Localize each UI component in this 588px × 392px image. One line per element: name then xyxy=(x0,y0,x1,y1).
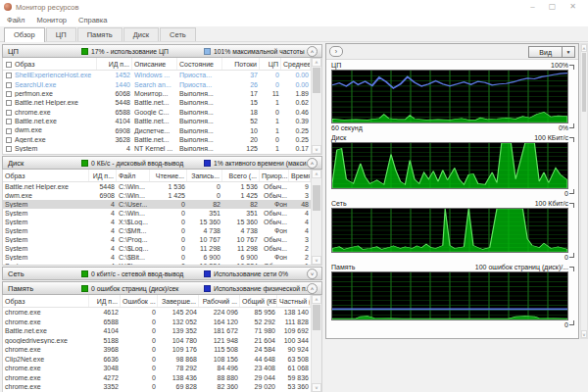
table-scrollbar-mem[interactable]: ˄˅ xyxy=(311,295,321,392)
tab-цп[interactable]: ЦП xyxy=(46,27,76,41)
table-row[interactable]: System4C:\$Log...011 29811 298Обыч...2 xyxy=(3,244,311,253)
table-row[interactable]: System4C:\User...08282Фон48 xyxy=(3,200,311,209)
column-header-cpu-2[interactable]: Описание xyxy=(132,58,177,70)
column-header-mem-4[interactable]: Рабочий ... xyxy=(199,295,240,307)
tab-диск[interactable]: Диск xyxy=(123,27,159,41)
scroll-down-icon[interactable]: ˅ xyxy=(312,145,321,154)
table-row[interactable]: chrome.exe6588Google C...Выполня...1800.… xyxy=(3,108,311,117)
scroll-down-icon[interactable]: ˅ xyxy=(312,256,321,265)
table-row[interactable]: dwm.exe6908C:\Win...1 42501 425Обыч...3 xyxy=(3,191,311,200)
process-checkbox[interactable] xyxy=(6,137,12,143)
scroll-down-icon[interactable]: ˅ xyxy=(312,383,321,392)
table-row[interactable]: googledrivesync.exe51880104 780121 94821… xyxy=(3,336,311,346)
scrollbar-track[interactable] xyxy=(312,212,321,256)
collapse-graphs-button[interactable]: › xyxy=(329,46,343,57)
column-header-disk-2[interactable]: Файл xyxy=(117,170,150,181)
column-header-cpu-6[interactable]: Среднее ... xyxy=(281,58,311,70)
table-row[interactable]: System4C:\$Mft...04 7384 738Фон4 xyxy=(3,226,311,235)
scroll-up-icon[interactable]: ˄ xyxy=(312,295,321,304)
column-header-disk-0[interactable]: Образ xyxy=(3,170,89,181)
table-row[interactable]: dwm.exe6908Диспетче...Выполня...1010.25 xyxy=(3,125,311,134)
table-row[interactable]: System4C:\Win...0351351Обыч...4 xyxy=(3,209,311,218)
menu-item-файл[interactable]: Файл xyxy=(7,16,24,24)
scrollbar-thumb[interactable] xyxy=(313,185,320,211)
scrollbar-track[interactable] xyxy=(312,94,321,145)
table-row[interactable]: Clip2Net.exe6636098 868108 15644 64863 5… xyxy=(3,355,311,365)
table-row[interactable]: System4X:\$Log...015 36015 360Обыч...4 xyxy=(3,218,311,226)
table-row[interactable]: perfmon.exe6068Монитор...Выполня...17111… xyxy=(3,89,311,98)
table-row[interactable]: ShellExperienceHost.exe1452Windows ...Пр… xyxy=(3,71,311,79)
column-header-cpu-1[interactable]: ИД п... xyxy=(97,58,132,70)
scroll-up-icon[interactable]: ˄ xyxy=(312,170,321,178)
process-checkbox[interactable] xyxy=(6,110,12,116)
collapse-mem-button[interactable]: ˄ xyxy=(307,283,318,294)
menu-item-справка[interactable]: Справка xyxy=(78,16,107,24)
table-row[interactable]: chrome.exe3352069 82882 36029 02053 360 xyxy=(3,382,311,392)
process-checkbox[interactable] xyxy=(6,82,12,88)
column-header-cpu-5[interactable]: ЦП xyxy=(260,58,281,70)
right-scrollbar[interactable]: ˄ ˅ xyxy=(580,43,588,339)
maximize-button[interactable]: ▢ xyxy=(549,2,557,12)
tab-сеть[interactable]: Сеть xyxy=(160,27,196,41)
scrollbar-thumb[interactable] xyxy=(313,68,320,93)
scroll-up-icon[interactable]: ˄ xyxy=(312,58,321,67)
column-header-mem-0[interactable]: Образ xyxy=(3,295,89,307)
select-all-checkbox[interactable] xyxy=(6,62,12,68)
table-row[interactable]: System4C:\Prog...010 76710 767Обыч...3 xyxy=(3,235,311,244)
process-checkbox[interactable] xyxy=(6,73,12,78)
collapse-net-button[interactable]: ˅ xyxy=(307,269,318,279)
minimize-button[interactable]: – xyxy=(530,2,534,12)
process-checkbox[interactable] xyxy=(6,119,12,124)
scrollbar-thumb[interactable] xyxy=(582,53,586,112)
column-header-mem-3[interactable]: Заверше... xyxy=(158,295,199,307)
table-row[interactable]: chrome.exe3048078 29284 49623 40861 068 xyxy=(3,364,311,373)
column-header-cpu-3[interactable]: Состояние xyxy=(177,58,222,70)
table-row[interactable]: chrome.exe46120145 204224 09685 956138 1… xyxy=(3,308,311,318)
process-checkbox[interactable] xyxy=(6,100,12,106)
table-row[interactable]: Battle.net Helper.exe5448Battle.net...Вы… xyxy=(3,98,311,107)
table-row[interactable]: Battle.net Helper.exe5448C:\Win...1 5360… xyxy=(3,182,311,191)
column-header-disk-3[interactable]: Чтение... xyxy=(150,170,187,181)
column-header-mem-2[interactable]: Ошибок ... xyxy=(121,295,158,307)
close-button[interactable]: ✕ xyxy=(569,2,576,12)
collapse-cpu-button[interactable]: ˄ xyxy=(307,46,318,57)
scrollbar-thumb[interactable] xyxy=(313,305,320,330)
process-checkbox[interactable] xyxy=(6,128,12,134)
table-row[interactable]: chrome.exe42720138 43688 88029 04459 836 xyxy=(3,373,311,383)
process-checkbox[interactable] xyxy=(6,146,12,152)
tab-память[interactable]: Память xyxy=(77,27,122,41)
scroll-down-icon[interactable]: ˅ xyxy=(581,330,587,338)
scrollbar-track[interactable] xyxy=(312,331,321,383)
graph-title: Диск xyxy=(331,134,346,141)
view-dropdown-arrow-icon[interactable]: ▼ xyxy=(563,46,575,58)
column-header-disk-7[interactable]: Время ... xyxy=(289,170,311,181)
table-row[interactable]: Battle.net.exe4104Battle.net...Выполня..… xyxy=(3,117,311,125)
table-row[interactable]: System4C:\$Bit...06 9006 900Фон2 xyxy=(3,253,311,262)
table-row[interactable]: System4NT Kernel ...Выполня...12510.17 xyxy=(3,144,311,153)
table-row[interactable]: System4X:\$Log...016 38416 384Обыч...1 xyxy=(3,262,311,265)
table-row[interactable]: chrome.exe39680109 176115 50824 58490 92… xyxy=(3,345,311,355)
scroll-up-icon[interactable]: ˄ xyxy=(581,44,587,52)
table-row[interactable]: chrome.exe65880132 052164 12052 292111 8… xyxy=(3,318,311,327)
process-checkbox[interactable] xyxy=(6,91,12,97)
menu-item-монитор[interactable]: Монитор xyxy=(36,16,67,24)
column-header-mem-1[interactable]: ИД п... xyxy=(89,295,121,307)
column-header-cpu-4[interactable]: Потоки xyxy=(222,58,260,70)
column-header-disk-6[interactable]: Приор... xyxy=(260,170,289,181)
column-header-cpu-0[interactable]: Образ xyxy=(3,58,97,70)
view-button[interactable]: Вид xyxy=(528,46,563,58)
column-header-mem-5[interactable]: Общий (КБ) xyxy=(240,295,277,307)
table-row[interactable]: Agent.exe3628Battle.net...Выполня...2000… xyxy=(3,135,311,144)
table-row[interactable]: SearchUI.exe1440Search an...Приоста...26… xyxy=(3,79,311,88)
column-header-disk-5[interactable]: Всего (... xyxy=(222,170,260,181)
collapse-disk-button[interactable]: ˄ xyxy=(307,158,318,169)
column-header-disk-4[interactable]: Запись... xyxy=(187,170,222,181)
tab-обзор[interactable]: Обзор xyxy=(4,27,45,42)
table-scrollbar-disk[interactable]: ˄˅ xyxy=(311,170,321,265)
column-header-disk-1[interactable]: ИД п... xyxy=(89,170,117,181)
cell-mem-3-5: 21 604 xyxy=(240,337,277,344)
table-row[interactable]: Battle.net.exe41040139 352181 67271 9801… xyxy=(3,326,311,336)
cell-mem-4-1: 3968 xyxy=(89,346,121,353)
column-header-mem-6[interactable]: Частный (... xyxy=(277,295,311,307)
table-scrollbar-cpu[interactable]: ˄˅ xyxy=(311,58,321,154)
